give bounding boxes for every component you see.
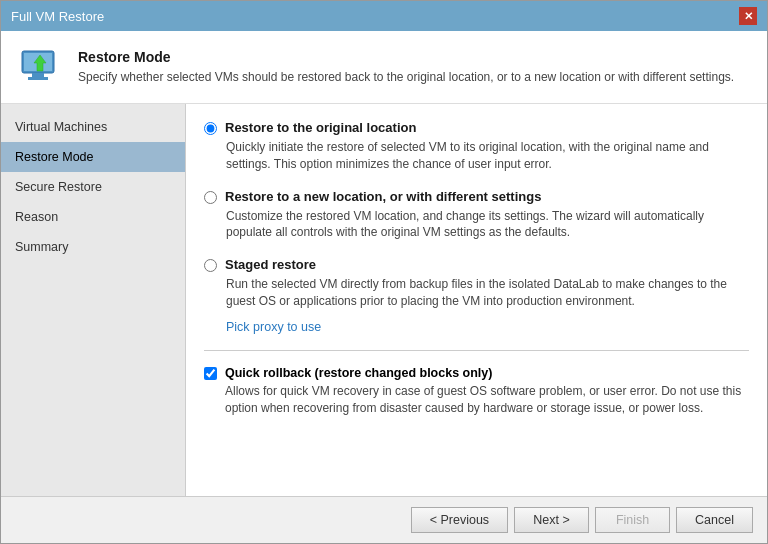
sidebar-item-summary[interactable]: Summary bbox=[1, 232, 185, 262]
option-original-desc: Quickly initiate the restore of selected… bbox=[226, 139, 749, 173]
radio-new-location-label[interactable]: Restore to a new location, or with diffe… bbox=[225, 189, 541, 204]
option-original-location: Restore to the original location Quickly… bbox=[204, 120, 749, 173]
svg-rect-3 bbox=[28, 77, 48, 80]
radio-original-label[interactable]: Restore to the original location bbox=[225, 120, 416, 135]
header: Restore Mode Specify whether selected VM… bbox=[1, 31, 767, 104]
quick-rollback-label[interactable]: Quick rollback (restore changed blocks o… bbox=[225, 366, 492, 380]
pick-proxy-link[interactable]: Pick proxy to use bbox=[226, 320, 749, 334]
header-text: Restore Mode Specify whether selected VM… bbox=[78, 49, 734, 86]
quick-rollback-checkbox[interactable] bbox=[204, 367, 217, 380]
dialog-title: Full VM Restore bbox=[11, 9, 104, 24]
close-button[interactable]: ✕ bbox=[739, 7, 757, 25]
radio-staged-input[interactable] bbox=[204, 259, 217, 272]
main-content: Restore to the original location Quickly… bbox=[186, 104, 767, 496]
dialog-full-vm-restore: Full VM Restore ✕ Restore Mode Specify w… bbox=[0, 0, 768, 544]
cancel-button[interactable]: Cancel bbox=[676, 507, 753, 533]
sidebar: Virtual Machines Restore Mode Secure Res… bbox=[1, 104, 186, 496]
next-button[interactable]: Next > bbox=[514, 507, 589, 533]
quick-rollback-desc: Allows for quick VM recovery in case of … bbox=[225, 383, 749, 417]
option-staged-desc: Run the selected VM directly from backup… bbox=[226, 276, 749, 310]
footer: < Previous Next > Finish Cancel bbox=[1, 496, 767, 543]
section-divider bbox=[204, 350, 749, 351]
quick-rollback-text: Quick rollback (restore changed blocks o… bbox=[225, 365, 749, 417]
radio-new-location: Restore to a new location, or with diffe… bbox=[204, 189, 749, 204]
radio-original: Restore to the original location bbox=[204, 120, 749, 135]
radio-original-input[interactable] bbox=[204, 122, 217, 135]
radio-staged: Staged restore bbox=[204, 257, 749, 272]
finish-button[interactable]: Finish bbox=[595, 507, 670, 533]
sidebar-item-virtual-machines[interactable]: Virtual Machines bbox=[1, 112, 185, 142]
title-bar: Full VM Restore ✕ bbox=[1, 1, 767, 31]
sidebar-item-secure-restore[interactable]: Secure Restore bbox=[1, 172, 185, 202]
radio-staged-label[interactable]: Staged restore bbox=[225, 257, 316, 272]
header-title: Restore Mode bbox=[78, 49, 734, 65]
previous-button[interactable]: < Previous bbox=[411, 507, 508, 533]
sidebar-item-restore-mode[interactable]: Restore Mode bbox=[1, 142, 185, 172]
content-area: Virtual Machines Restore Mode Secure Res… bbox=[1, 104, 767, 496]
svg-rect-2 bbox=[32, 73, 44, 77]
quick-rollback-section: Quick rollback (restore changed blocks o… bbox=[204, 365, 749, 417]
restore-mode-icon bbox=[16, 43, 64, 91]
option-new-location-desc: Customize the restored VM location, and … bbox=[226, 208, 749, 242]
header-description: Specify whether selected VMs should be r… bbox=[78, 69, 734, 86]
sidebar-item-reason[interactable]: Reason bbox=[1, 202, 185, 232]
radio-new-location-input[interactable] bbox=[204, 191, 217, 204]
option-new-location: Restore to a new location, or with diffe… bbox=[204, 189, 749, 242]
option-staged-restore: Staged restore Run the selected VM direc… bbox=[204, 257, 749, 334]
